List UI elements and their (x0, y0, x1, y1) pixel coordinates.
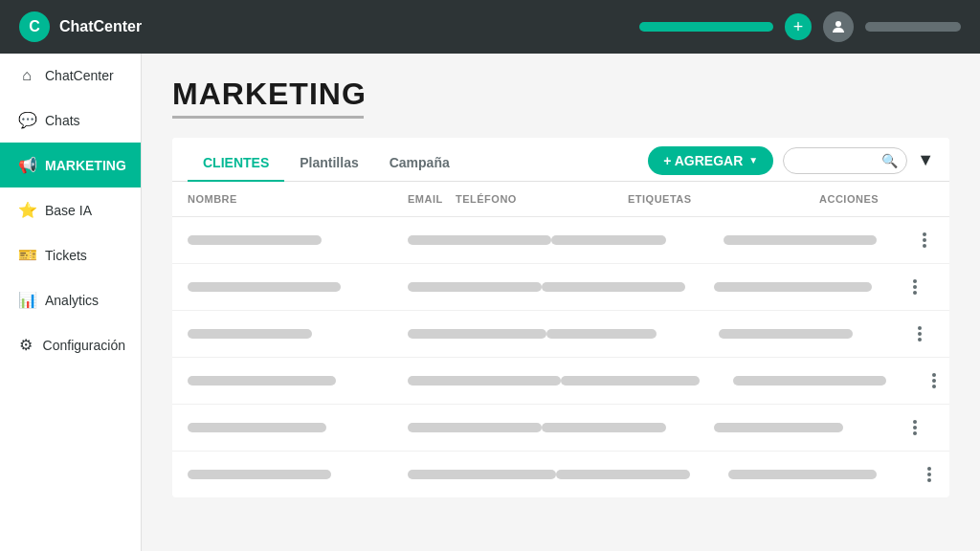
settings-icon: ⚙ (18, 336, 33, 354)
sidebar: ⌂ ChatCenter 💬 Chats 📢 MARKETING ⭐ Base … (0, 54, 142, 551)
sidebar-item-base-ia[interactable]: ⭐ Base IA (0, 187, 141, 232)
more-button[interactable] (924, 371, 944, 390)
search-icon: 🔍 (881, 153, 898, 168)
more-button[interactable] (905, 418, 924, 437)
table-row (172, 217, 949, 264)
skeleton-email (408, 470, 556, 479)
skeleton-etiqueta (714, 282, 872, 292)
sidebar-item-configuracion[interactable]: ⚙ Configuración (0, 322, 141, 367)
col-email: EMAIL (408, 193, 456, 205)
table-row (172, 405, 949, 452)
table-row (172, 358, 949, 405)
sidebar-item-label: Base IA (45, 203, 92, 218)
analytics-icon: 📊 (18, 291, 35, 309)
sidebar-item-analytics[interactable]: 📊 Analytics (0, 277, 141, 322)
skeleton-email (408, 282, 542, 292)
skeleton-nombre (188, 329, 312, 339)
skeleton-nombre (188, 423, 326, 432)
app-header: C ChatCenter + (0, 0, 980, 54)
home-icon: ⌂ (18, 67, 35, 84)
skeleton-nombre (188, 282, 341, 292)
more-button[interactable] (905, 277, 924, 297)
tabs-row: CLIENTES Plantillas Campaña + AGREGAR ▼ … (172, 138, 949, 182)
ticket-icon: 🎫 (18, 246, 35, 264)
more-button[interactable] (920, 465, 939, 484)
skeleton-etiqueta (724, 235, 877, 245)
username-bar (865, 22, 961, 32)
progress-bar (639, 22, 773, 32)
col-nombre: NOMBRE (188, 193, 408, 205)
skeleton-email (408, 235, 551, 245)
header-right: + (639, 11, 961, 42)
layout: ⌂ ChatCenter 💬 Chats 📢 MARKETING ⭐ Base … (0, 54, 980, 551)
chat-icon: 💬 (18, 111, 35, 129)
skeleton-email (408, 376, 561, 386)
skeleton-etiqueta (719, 329, 853, 339)
sidebar-item-tickets[interactable]: 🎫 Tickets (0, 232, 141, 277)
logo: C ChatCenter (19, 11, 142, 42)
skeleton-email (408, 329, 546, 339)
table: NOMBRE EMAIL TELÉFONO ETIQUETAS ACCIONES (172, 182, 949, 497)
sidebar-item-label: Chats (45, 113, 80, 128)
skeleton-telefono (561, 376, 700, 386)
skeleton-telefono (551, 235, 666, 245)
star-icon: ⭐ (18, 201, 35, 219)
app-name: ChatCenter (59, 18, 142, 35)
skeleton-telefono (542, 423, 666, 432)
skeleton-nombre (188, 470, 331, 479)
tab-campana[interactable]: Campaña (374, 145, 465, 182)
search-input[interactable] (795, 153, 881, 167)
table-row (172, 311, 949, 358)
skeleton-email (408, 423, 542, 432)
caret-icon: ▼ (748, 155, 758, 165)
sidebar-item-label: Configuración (43, 338, 125, 353)
agregar-label: + AGREGAR (663, 153, 743, 168)
skeleton-nombre (188, 376, 336, 386)
skeleton-etiqueta (714, 423, 843, 432)
sidebar-item-label: Analytics (45, 293, 99, 308)
agregar-button[interactable]: + AGREGAR ▼ (648, 146, 773, 175)
tab-plantillas[interactable]: Plantillas (284, 145, 373, 182)
svg-point-0 (835, 21, 841, 27)
skeleton-nombre (188, 235, 322, 245)
sidebar-item-label: MARKETING (45, 158, 126, 173)
col-telefono: TELÉFONO (456, 193, 628, 205)
marketing-icon: 📢 (18, 156, 35, 174)
title-underline (172, 116, 364, 119)
table-row (172, 452, 949, 497)
skeleton-etiqueta (728, 470, 877, 479)
sidebar-item-chatcenter[interactable]: ⌂ ChatCenter (0, 54, 141, 98)
main-content: MARKETING CLIENTES Plantillas Campaña + … (142, 54, 980, 551)
more-button[interactable] (910, 324, 929, 343)
page-title: MARKETING (172, 77, 949, 112)
add-button[interactable]: + (785, 13, 812, 40)
sidebar-item-chats[interactable]: 💬 Chats (0, 98, 141, 143)
logo-icon: C (19, 11, 50, 42)
table-row (172, 264, 949, 311)
skeleton-telefono (542, 282, 685, 292)
tab-clientes[interactable]: CLIENTES (188, 145, 284, 182)
tab-actions: + AGREGAR ▼ 🔍 ▼ (648, 146, 934, 181)
filter-icon[interactable]: ▼ (917, 150, 934, 170)
sidebar-item-label: Tickets (45, 248, 87, 263)
col-acciones: ACCIONES (819, 193, 934, 205)
search-box: 🔍 (783, 147, 907, 174)
sidebar-item-marketing[interactable]: 📢 MARKETING (0, 143, 141, 187)
more-button[interactable] (915, 231, 934, 250)
skeleton-telefono (556, 470, 690, 479)
sidebar-item-label: ChatCenter (45, 68, 114, 83)
table-header: NOMBRE EMAIL TELÉFONO ETIQUETAS ACCIONES (172, 182, 949, 217)
col-etiquetas: ETIQUETAS (628, 193, 819, 205)
avatar (823, 11, 854, 42)
skeleton-etiqueta (733, 376, 886, 386)
content-area: CLIENTES Plantillas Campaña + AGREGAR ▼ … (172, 138, 949, 497)
skeleton-telefono (546, 329, 657, 339)
